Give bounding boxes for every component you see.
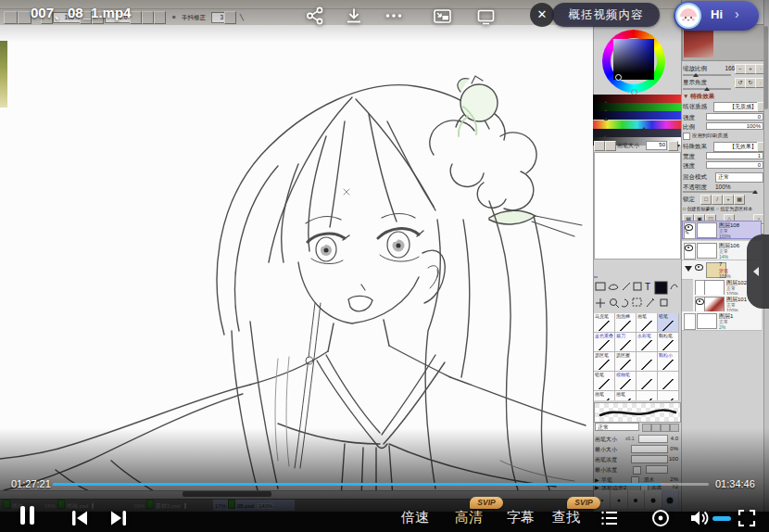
miniplayer-icon[interactable] <box>430 4 454 28</box>
brush-name: 选区擦 <box>616 352 630 358</box>
mode-btn-4 <box>670 424 679 432</box>
line-icon <box>623 283 630 290</box>
brush-name: 水彩笔 <box>637 333 651 338</box>
brush-name: 画笔 <box>616 391 625 397</box>
cast-icon[interactable] <box>473 4 498 28</box>
brush-stroke-icon <box>640 340 653 350</box>
paper-scale-field: 100% <box>706 122 763 130</box>
layer-row: 图层1 正常 2% <box>682 311 762 331</box>
brush-stroke-icon <box>640 321 653 331</box>
current-color-swatch <box>655 282 667 294</box>
record-icon[interactable] <box>649 506 673 530</box>
brush-stroke-icon <box>619 399 632 400</box>
brush-cell: 画笔 <box>637 313 658 333</box>
brush-name: 铅笔 <box>659 313 668 319</box>
psd-file-icon <box>3 500 10 509</box>
color-slider-row: R 008 <box>593 95 681 103</box>
brush-stroke-icon <box>640 379 653 389</box>
color-swatch <box>595 179 611 196</box>
close-icon[interactable]: ✕ <box>530 3 554 27</box>
color-slider-row: H 240 <box>593 120 681 129</box>
clip-row: □ 创建剪贴蒙板 ○ 指定为选区样本 <box>683 206 763 211</box>
brush-stroke-preview <box>594 402 681 423</box>
layer-opacity: 100% <box>719 234 731 239</box>
color-swatch <box>595 222 611 238</box>
color-swatch <box>613 178 632 196</box>
quality-button[interactable]: 高清 <box>455 509 483 526</box>
brush-tab-row-1 <box>594 260 680 265</box>
brush-stroke-icon <box>619 340 632 350</box>
volume-icon[interactable] <box>687 506 712 530</box>
brush-cell: 颗粒小 <box>658 352 679 372</box>
brush-stroke-icon <box>640 360 653 370</box>
lock-all-icon: ▦ <box>734 195 745 205</box>
chevron-right-icon: › <box>735 6 739 21</box>
brush-stroke-icon <box>598 360 611 370</box>
canvas-reference-strip <box>0 41 7 108</box>
canvas-artwork <box>0 25 593 499</box>
color-slider-row: B 009 <box>593 111 681 120</box>
download-icon[interactable] <box>342 4 366 28</box>
color-slider-row: S 000 <box>593 129 681 137</box>
brush-size-field: 50 <box>646 141 667 150</box>
brush-stroke-icon <box>662 340 674 350</box>
lock-transparency-icon: □ <box>700 195 712 205</box>
brush-cell: 画笔 <box>594 391 615 400</box>
zoom-slider <box>683 74 731 76</box>
min-density-checkbox <box>633 466 641 475</box>
sai-stabilizer-toggle <box>224 11 236 24</box>
color-swatch <box>596 157 614 175</box>
subtitle-button[interactable]: 字幕 <box>507 509 535 526</box>
layer-thumbnail <box>697 222 717 238</box>
brush-name: 裁刀 <box>616 333 625 338</box>
video-title: 007、08_1.mp4 <box>31 5 131 22</box>
navigator-image <box>684 26 713 57</box>
brush-cell: 铅笔 <box>594 372 615 391</box>
pause-icon[interactable] <box>16 503 40 527</box>
effect-select: 【无效果】 <box>713 142 760 152</box>
share-icon[interactable] <box>303 4 327 28</box>
side-drawer-handle[interactable] <box>747 234 769 309</box>
color-swatch <box>668 222 681 235</box>
min-size-row: 最小大小 0% <box>594 445 680 454</box>
eyedropper-icon <box>647 298 654 307</box>
layer-thumbnail <box>697 313 717 329</box>
next-icon[interactable] <box>107 506 131 530</box>
fullscreen-icon[interactable] <box>735 506 759 530</box>
mode-btn-1 <box>642 424 651 432</box>
layer-visibility-icon <box>696 298 704 305</box>
min-size-bar <box>631 445 668 453</box>
current-time: 01:27:21 <box>11 478 51 489</box>
rotate-icon <box>622 299 628 307</box>
brush-stroke-icon <box>619 360 632 370</box>
sai-stabilizer-icon: ≡ <box>172 14 176 20</box>
brush-stroke-icon <box>662 399 674 400</box>
curve-icon <box>671 285 677 289</box>
color-swatch <box>637 199 655 218</box>
apply-checkbox <box>683 133 690 140</box>
brush-name: 铅笔 <box>595 372 604 377</box>
more-icon[interactable] <box>382 4 406 28</box>
select-rect-icon <box>596 283 605 290</box>
brush-mode-row: 正常 <box>594 423 680 432</box>
canvas-h-scrollbar <box>0 490 593 499</box>
assistant-pill[interactable]: Hi › <box>674 1 759 31</box>
brush-stroke-icon <box>662 321 674 331</box>
playback-speed-button[interactable]: 倍速 <box>401 509 429 526</box>
volume-level-bar[interactable] <box>712 516 731 521</box>
lasso-icon <box>609 285 618 289</box>
playlist-icon[interactable] <box>598 506 622 530</box>
color-swatch <box>616 199 633 216</box>
canvas-h-scrollbar-thumb <box>183 491 271 497</box>
prev-icon[interactable] <box>68 506 92 530</box>
summarize-video-button[interactable]: 概括视频内容 <box>552 3 660 27</box>
brush-cell: 选区笔 <box>594 352 615 372</box>
find-button[interactable]: 查找 <box>552 509 580 526</box>
brush-tab-row-3 <box>594 272 680 278</box>
opacity-value: 100% <box>715 184 731 190</box>
color-swatch <box>612 241 637 260</box>
layer-opacity: 2% <box>719 324 725 330</box>
brush-cell: 选区擦 <box>615 352 637 372</box>
color-swatch <box>658 244 681 260</box>
assistant-avatar <box>675 3 701 29</box>
